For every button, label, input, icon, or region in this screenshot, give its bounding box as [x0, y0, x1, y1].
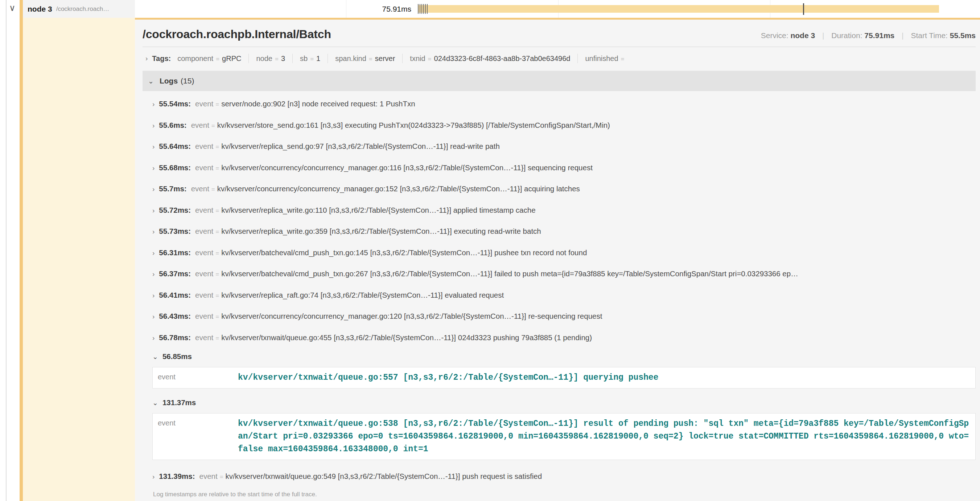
- logs-title: Logs: [159, 77, 178, 85]
- tag-key: sb: [300, 54, 307, 63]
- tag-item: span.kind=server: [335, 54, 395, 63]
- tag-value: gRPC: [222, 54, 241, 63]
- log-row[interactable]: ›56.78ms:event=kv/kvserver/txnwait/queue…: [143, 327, 976, 348]
- log-timestamp: 56.37ms:: [159, 270, 191, 278]
- logs-expander-header[interactable]: ⌄ Logs (15): [143, 71, 976, 91]
- log-timestamp: 55.72ms:: [159, 206, 191, 214]
- equals-sign: =: [215, 144, 219, 150]
- span-name-cell[interactable]: node 3 /cockroach.roach…: [23, 0, 135, 18]
- log-event-detail-box: eventkv/kvserver/txnwait/queue.go:557 [n…: [152, 367, 976, 388]
- equals-sign: =: [369, 56, 372, 63]
- duration-value: 75.91ms: [864, 31, 894, 40]
- chevron-right-icon: ›: [152, 473, 154, 480]
- log-row[interactable]: ›55.64ms:event=kv/kvserver/replica_send.…: [143, 136, 976, 157]
- tag-key: span.kind: [335, 54, 366, 63]
- log-field-value: kv/kvserver/replica_raft.go:74 [n3,s3,r6…: [221, 291, 504, 299]
- equals-sign: =: [215, 165, 219, 172]
- log-row[interactable]: ›131.39ms:event=kv/kvserver/txnwait/queu…: [143, 466, 976, 487]
- tag-separator: [578, 54, 578, 63]
- log-row[interactable]: ›55.54ms:event=server/node.go:902 [n3] n…: [143, 93, 976, 115]
- selected-span-row-highlight: [23, 18, 135, 501]
- log-timestamp: 55.6ms:: [159, 121, 186, 129]
- log-row[interactable]: ›56.41ms:event=kv/kvserver/replica_raft.…: [143, 285, 976, 306]
- log-row[interactable]: ›55.68ms:event=kv/kvserver/concurrency/c…: [143, 157, 976, 179]
- log-timestamp: 56.31ms:: [159, 248, 191, 257]
- log-field-value: kv/kvserver/batcheval/cmd_push_txn.go:14…: [221, 248, 587, 257]
- collapse-all-chevron-icon[interactable]: ∨: [9, 3, 16, 13]
- log-field-key: event: [195, 248, 213, 257]
- log-row[interactable]: ›56.43ms:event=kv/kvserver/concurrency/c…: [143, 306, 976, 327]
- log-timestamp: 55.68ms:: [159, 163, 191, 172]
- chevron-right-icon: ›: [152, 313, 154, 320]
- event-field-key: event: [158, 418, 238, 456]
- log-row[interactable]: ›56.31ms:event=kv/kvserver/batcheval/cmd…: [143, 242, 976, 263]
- tag-item: component=gRPC: [177, 54, 241, 63]
- equals-sign: =: [215, 207, 219, 214]
- equals-sign: =: [428, 56, 432, 63]
- log-field-key: event: [195, 142, 213, 150]
- tag-item: unfinished=: [585, 54, 627, 63]
- span-duration-bar[interactable]: [418, 5, 939, 13]
- log-tick-marker: [418, 4, 418, 14]
- log-field-key: event: [195, 206, 213, 214]
- tags-expander-row[interactable]: › Tags: component=gRPCnode=3sb=1span.kin…: [143, 51, 976, 66]
- tag-item: sb=1: [300, 54, 320, 63]
- log-field-key: event: [195, 312, 213, 320]
- tag-value: 3: [281, 54, 285, 63]
- log-row-expanded-header[interactable]: ⌄56.85ms: [143, 348, 976, 365]
- log-field-key: event: [195, 333, 213, 341]
- tags-label: Tags:: [152, 54, 171, 63]
- tag-separator: [328, 54, 328, 63]
- log-row[interactable]: ›55.72ms:event=kv/kvserver/replica_write…: [143, 199, 976, 221]
- tag-key: node: [256, 54, 272, 63]
- log-tick-marker: [420, 4, 420, 14]
- duration-label: Duration:: [831, 31, 862, 40]
- equals-sign: =: [220, 474, 223, 480]
- log-field-key: event: [191, 121, 209, 129]
- log-field-key: event: [195, 99, 213, 108]
- equals-sign: =: [212, 122, 215, 129]
- chevron-down-icon: ⌄: [152, 399, 158, 407]
- chevron-right-icon: ›: [152, 228, 154, 235]
- left-gutter-divider: [6, 0, 6, 501]
- chevron-right-icon: ›: [145, 54, 148, 62]
- equals-sign: =: [621, 56, 625, 63]
- log-tick-marker: [423, 4, 424, 14]
- span-duration-label: 75.91ms: [349, 0, 411, 18]
- tag-item: txnid=024d3323-6c8f-4863-aa8b-37ab0e6349…: [410, 54, 570, 63]
- logs-count: (15): [181, 77, 194, 85]
- chevron-right-icon: ›: [152, 207, 154, 214]
- event-field-value: kv/kvserver/txnwait/queue.go:557 [n3,s3,…: [238, 372, 658, 384]
- detail-header: /cockroach.roachpb.Internal/Batch Servic…: [143, 27, 976, 41]
- chevron-right-icon: ›: [152, 100, 154, 108]
- equals-sign: =: [215, 228, 219, 235]
- log-field-value: kv/kvserver/store_send.go:161 [n3,s3] ex…: [217, 121, 610, 129]
- chevron-right-icon: ›: [152, 185, 154, 193]
- log-timestamp: 131.37ms: [162, 398, 196, 407]
- log-row[interactable]: ›55.7ms:event=kv/kvserver/concurrency/co…: [143, 178, 976, 199]
- log-row[interactable]: ›55.6ms:event=kv/kvserver/store_send.go:…: [143, 115, 976, 136]
- log-field-value: kv/kvserver/replica_write.go:110 [n3,s3,…: [221, 206, 535, 214]
- log-timestamp: 56.85ms: [162, 352, 192, 361]
- event-field-value: kv/kvserver/txnwait/queue.go:538 [n3,s3,…: [238, 418, 970, 456]
- log-row-expanded-header[interactable]: ⌄131.37ms: [143, 394, 976, 411]
- log-field-value: kv/kvserver/txnwait/queue.go:549 [n3,s3,…: [226, 472, 542, 480]
- chevron-right-icon: ›: [152, 270, 154, 278]
- log-timestamp: 56.43ms:: [159, 312, 191, 320]
- log-row[interactable]: ›55.73ms:event=kv/kvserver/replica_write…: [143, 221, 976, 242]
- equals-sign: =: [212, 186, 215, 193]
- span-operation-name: /cockroach.roach…: [56, 5, 109, 13]
- chevron-right-icon: ›: [152, 249, 154, 257]
- service-label: Service:: [761, 31, 789, 40]
- tag-key: unfinished: [585, 54, 618, 63]
- chevron-down-icon: ⌄: [148, 77, 154, 85]
- equals-sign: =: [215, 292, 219, 299]
- log-event-detail-box: eventkv/kvserver/txnwait/queue.go:538 [n…: [152, 413, 976, 460]
- log-tick-marker: [425, 4, 426, 14]
- log-timestamp: 55.54ms:: [159, 99, 191, 108]
- span-color-accent-stripe: [19, 0, 23, 501]
- log-row[interactable]: ›56.37ms:event=kv/kvserver/batcheval/cmd…: [143, 263, 976, 285]
- log-field-key: event: [195, 227, 213, 235]
- log-field-key: event: [195, 163, 213, 172]
- chevron-right-icon: ›: [152, 121, 154, 129]
